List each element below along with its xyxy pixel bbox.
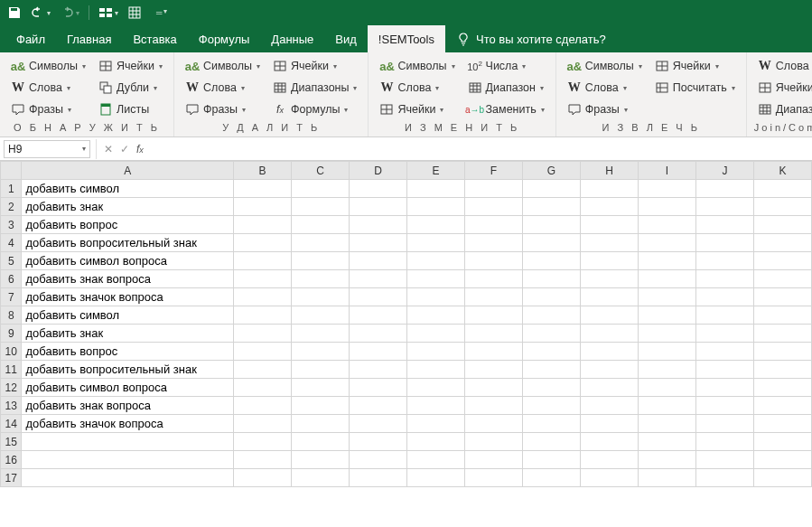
tab-вставка[interactable]: Вставка <box>122 25 187 52</box>
ribbon-cmd-фразы[interactable]: Фразы▾ <box>7 99 89 119</box>
cell-I8[interactable] <box>638 306 695 325</box>
fx-icon[interactable]: fx <box>136 143 144 155</box>
cell-C8[interactable] <box>292 306 350 325</box>
cell-E17[interactable] <box>407 469 465 487</box>
ribbon-cmd-слова[interactable]: WСлова▾ <box>7 78 89 98</box>
cell-B8[interactable] <box>234 306 292 325</box>
cell-C17[interactable] <box>292 469 350 487</box>
cell-A3[interactable]: добавить вопрос <box>22 216 234 234</box>
cell-D14[interactable] <box>350 415 407 433</box>
cell-A10[interactable]: добавить вопрос <box>22 343 234 361</box>
cell-K15[interactable] <box>753 433 811 451</box>
cell-A1[interactable]: добавить символ <box>22 180 234 198</box>
cell-F2[interactable] <box>465 198 523 216</box>
cell-B13[interactable] <box>234 397 292 415</box>
row-header-17[interactable]: 17 <box>1 469 22 487</box>
row-header-8[interactable]: 8 <box>1 306 22 325</box>
cell-I6[interactable] <box>638 270 695 288</box>
cell-I15[interactable] <box>638 433 695 451</box>
cell-E10[interactable] <box>407 343 465 361</box>
cell-B1[interactable] <box>234 180 292 198</box>
row-header-7[interactable]: 7 <box>1 288 22 306</box>
cell-C2[interactable] <box>292 198 350 216</box>
col-header-H[interactable]: H <box>580 162 638 180</box>
ribbon-cmd-числа[interactable]: 102Числа▾ <box>464 56 548 76</box>
cell-E2[interactable] <box>407 198 465 216</box>
cell-K1[interactable] <box>753 180 811 198</box>
ribbon-cmd-символы[interactable]: a&Символы▾ <box>182 56 264 76</box>
col-header-J[interactable]: J <box>695 162 753 180</box>
cell-I9[interactable] <box>638 325 695 343</box>
ribbon-cmd-диапазон[interactable]: Диапазон▾ <box>464 78 548 98</box>
cell-A8[interactable]: добавить символ <box>22 306 234 325</box>
name-box-dropdown-icon[interactable]: ▾ <box>82 145 86 153</box>
cell-G5[interactable] <box>523 252 581 270</box>
tab-файл[interactable]: Файл <box>5 25 56 52</box>
col-header-C[interactable]: C <box>292 162 350 180</box>
cell-E5[interactable] <box>407 252 465 270</box>
cell-G1[interactable] <box>523 180 581 198</box>
ribbon-cmd-символы[interactable]: a&Символы▾ <box>7 56 89 76</box>
cell-G16[interactable] <box>523 451 581 469</box>
cell-J12[interactable] <box>695 379 753 397</box>
cell-A14[interactable]: добавить значок вопроса <box>22 415 234 433</box>
cell-I7[interactable] <box>638 288 695 306</box>
tab-данные[interactable]: Данные <box>260 25 324 52</box>
ribbon-cmd-ячейки[interactable]: Ячейки▾ <box>376 99 458 119</box>
cell-B15[interactable] <box>234 433 292 451</box>
cell-C14[interactable] <box>292 415 350 433</box>
tell-me-search[interactable]: Что вы хотите сделать? <box>445 25 617 52</box>
ribbon-cmd-посчитать[interactable]: Посчитать▾ <box>651 78 739 98</box>
cell-C16[interactable] <box>292 451 350 469</box>
cell-F5[interactable] <box>465 252 523 270</box>
cell-C1[interactable] <box>292 180 350 198</box>
cell-E8[interactable] <box>407 306 465 325</box>
cell-G10[interactable] <box>523 343 581 361</box>
ribbon-cmd-слова[interactable]: WСлова▾ <box>564 78 646 98</box>
cell-E4[interactable] <box>407 234 465 252</box>
cell-H9[interactable] <box>580 325 638 343</box>
cell-F17[interactable] <box>465 469 523 487</box>
cell-J13[interactable] <box>695 397 753 415</box>
cell-B3[interactable] <box>234 216 292 234</box>
cell-H13[interactable] <box>580 397 638 415</box>
cell-H3[interactable] <box>580 216 638 234</box>
cell-A16[interactable] <box>22 451 234 469</box>
cell-K6[interactable] <box>753 270 811 288</box>
ribbon-cmd-диапазоны[interactable]: Диапазоны▾ <box>754 99 812 119</box>
cell-F16[interactable] <box>465 451 523 469</box>
row-header-10[interactable]: 10 <box>1 343 22 361</box>
qat-addin1-button[interactable]: ▾ <box>98 5 118 20</box>
cell-B10[interactable] <box>234 343 292 361</box>
cell-G15[interactable] <box>523 433 581 451</box>
cell-J6[interactable] <box>695 270 753 288</box>
cell-G13[interactable] <box>523 397 581 415</box>
cell-I3[interactable] <box>638 216 695 234</box>
cell-E11[interactable] <box>407 361 465 379</box>
col-header-D[interactable]: D <box>350 162 407 180</box>
enter-formula-icon[interactable]: ✓ <box>120 143 129 155</box>
row-header-1[interactable]: 1 <box>1 180 22 198</box>
cell-G17[interactable] <box>523 469 581 487</box>
cell-F8[interactable] <box>465 306 523 325</box>
cell-F14[interactable] <box>465 415 523 433</box>
ribbon-cmd-символы[interactable]: a&Символы▾ <box>564 56 646 76</box>
cell-D9[interactable] <box>350 325 407 343</box>
cell-H5[interactable] <box>580 252 638 270</box>
cell-B11[interactable] <box>234 361 292 379</box>
cell-A6[interactable]: добавить знак вопроса <box>22 270 234 288</box>
ribbon-cmd-ячейки[interactable]: Ячейки▾ <box>754 78 812 98</box>
cell-K5[interactable] <box>753 252 811 270</box>
cell-J4[interactable] <box>695 234 753 252</box>
cell-A11[interactable]: добавить вопросительный знак <box>22 361 234 379</box>
cell-F1[interactable] <box>465 180 523 198</box>
cell-G4[interactable] <box>523 234 581 252</box>
cell-H10[interactable] <box>580 343 638 361</box>
cell-D17[interactable] <box>350 469 407 487</box>
cell-J2[interactable] <box>695 198 753 216</box>
cell-D8[interactable] <box>350 306 407 325</box>
cell-B17[interactable] <box>234 469 292 487</box>
cell-H6[interactable] <box>580 270 638 288</box>
undo-button[interactable]: ▾ <box>31 5 51 20</box>
save-button[interactable] <box>7 5 22 20</box>
